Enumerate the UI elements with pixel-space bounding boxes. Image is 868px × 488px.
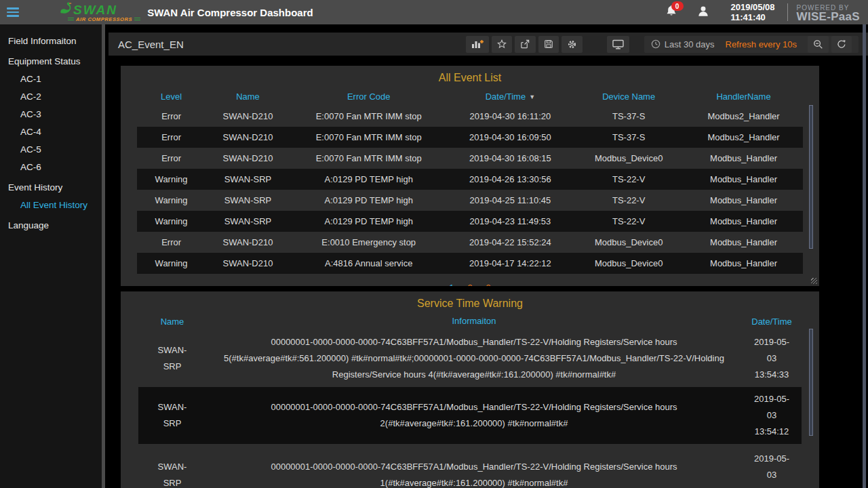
logo-brand-text: SWAN [73,4,117,16]
menu-icon[interactable] [7,5,20,19]
page-1[interactable]: 1 [449,283,454,286]
datetime-display: 2019/05/08 11:41:40 [731,2,775,22]
add-panel-button[interactable] [466,36,489,53]
service-table-header: NameInformaitonDate/Time [138,312,802,330]
datetime-text: 2019-05-03 13:54:33 [750,334,793,383]
date-time-cell: 2019-04-30 16:11:20 [448,111,574,121]
user-button[interactable] [697,5,709,20]
service-row: SWAN-SRP00000001-0000-0000-0000-74C63BFF… [138,444,802,488]
notifications-button[interactable]: 0 [665,5,678,20]
sidebar-item-ac-5[interactable]: AC-5 [0,141,102,159]
datetime-cell: 2019-05-03 13:54:02 [742,451,802,488]
handlername-cell: Modbus_Handler [684,153,803,163]
refresh-interval-button[interactable]: Refresh every 10s [726,39,797,49]
information-cell: 00000001-0000-0000-0000-74C63BFF57A1/Mod… [206,399,742,432]
time-controls: Last 30 days Refresh every 10s [644,36,859,53]
name-cell: SWAN-SRP [205,174,290,184]
time-range-button[interactable]: Last 30 days [665,39,715,49]
add-panel-icon [471,39,484,49]
page-scrollbar[interactable] [863,24,866,488]
date-time-cell: 2019-04-23 11:49:53 [448,216,574,226]
sidebar-item-language[interactable]: Language [0,217,102,235]
zoom-out-button[interactable] [808,36,829,53]
level-cell: Error [137,111,205,121]
page-2[interactable]: 2 [467,283,472,286]
sidebar-item-all-event-history[interactable]: All Event History [0,197,102,214]
information-cell: 00000001-0000-0000-0000-74C63BFF57A1/Mod… [206,334,742,383]
name-cell: SWAN-SRP [138,399,206,432]
name-cell: SWAN-D210 [205,258,290,268]
name-cell: SWAN-D210 [205,237,290,247]
share-button[interactable] [515,36,536,53]
name-cell: SWAN-SRP [205,216,290,226]
powered-by: POWERED BY WISE-PaaS [797,3,860,21]
event-panel-scrollbar[interactable] [809,105,813,249]
column-header-date-time[interactable]: Date/Time▼ [448,92,574,102]
date-time-cell: 2019-04-25 11:10:45 [448,195,574,205]
column-header-handlername[interactable]: HandlerName [684,92,803,102]
sidebar-item-ac-1[interactable]: AC-1 [0,70,102,88]
column-label: HandlerName [716,92,770,102]
column-header-informaiton[interactable]: Informaiton [206,313,742,329]
panel-resize-handle[interactable] [811,278,817,284]
sidebar-item-field-informaiton[interactable]: Field Informaiton [0,33,102,50]
save-button[interactable] [538,36,559,53]
dashboard-title: AC_Event_EN [118,39,184,50]
save-icon [544,39,553,49]
date-time-cell: 2019-04-26 13:30:56 [448,174,574,184]
error-code-cell: E:0070 Fan MTR IMM stop [290,153,448,163]
panel-title: Service Time Warning [121,296,819,311]
star-button[interactable] [492,36,512,53]
sidebar-item-equipment-status[interactable]: Equipment Status [0,53,102,70]
dashboard-screen: SWAN AIR COMPRESSORS SWAN Air Compressor… [0,0,868,488]
column-header-level[interactable]: Level [137,92,205,102]
handlername-cell: Modbus_Handler [684,258,803,268]
handlername-cell: Modbus_Handler [684,237,803,247]
panel-title: All Event List [121,70,819,85]
sort-desc-icon: ▼ [529,94,535,100]
error-code-cell: E:0010 Emergency stop [290,237,448,247]
service-row: SWAN-SRP00000001-0000-0000-0000-74C63BFF… [138,330,802,387]
sidebar-scrollbar[interactable] [102,24,105,488]
notification-badge: 0 [671,1,684,11]
name-cell: SWAN-D210 [205,111,290,121]
device-name-cell: TS-37-S [573,111,684,121]
column-header-name[interactable]: Name [138,317,206,327]
information-cell: 00000001-0000-0000-0000-74C63BFF57A1/Mod… [206,459,742,488]
refresh-button[interactable] [831,36,852,53]
handlername-cell: Modbus_Handler [684,174,803,184]
event-table: LevelNameError CodeDate/Time▼Device Name… [137,87,803,274]
settings-button[interactable] [561,36,583,53]
column-header-name[interactable]: Name [205,92,290,102]
sidebar: Field InformaitonEquipment StatusAC-1AC-… [0,24,102,488]
page-3[interactable]: 3 [486,283,491,286]
event-row: WarningSWAN-SRPA:0129 PD TEMP high2019-0… [137,190,803,211]
gear-icon [567,39,577,49]
topbar-divider [787,3,788,21]
device-name-cell: TS-22-V [573,174,684,184]
sidebar-item-ac-4[interactable]: AC-4 [0,123,102,141]
service-panel-scrollbar[interactable] [809,329,813,436]
column-label: Name [236,92,260,102]
sidebar-item-ac-6[interactable]: AC-6 [0,159,102,176]
event-row: ErrorSWAN-D210E:0070 Fan MTR IMM stop201… [137,148,803,169]
device-name-cell: TS-37-S [573,132,684,142]
powered-by-line2: WISE-PaaS [797,12,860,21]
date-time-cell: 2019-04-17 14:22:12 [448,258,574,268]
current-date: 2019/05/08 [731,2,775,12]
sidebar-item-ac-2[interactable]: AC-2 [0,88,102,106]
dashboard-toolbar: AC_Event_EN [108,33,868,56]
star-icon [497,39,507,49]
column-header-device-name[interactable]: Device Name [573,92,684,102]
refresh-icon [837,39,846,49]
column-header-error-code[interactable]: Error Code [290,92,448,102]
logo-stripe [134,18,140,21]
swan-bird-icon [58,2,73,16]
sidebar-item-ac-3[interactable]: AC-3 [0,106,102,123]
cycle-view-button[interactable] [607,36,629,53]
column-header-date-time[interactable]: Date/Time [742,317,802,327]
date-time-cell: 2019-04-30 16:09:50 [448,132,574,142]
handlername-cell: Modbus_Handler [684,195,803,205]
sidebar-item-event-history[interactable]: Event History [0,179,102,197]
device-name-cell: TS-22-V [573,195,684,205]
